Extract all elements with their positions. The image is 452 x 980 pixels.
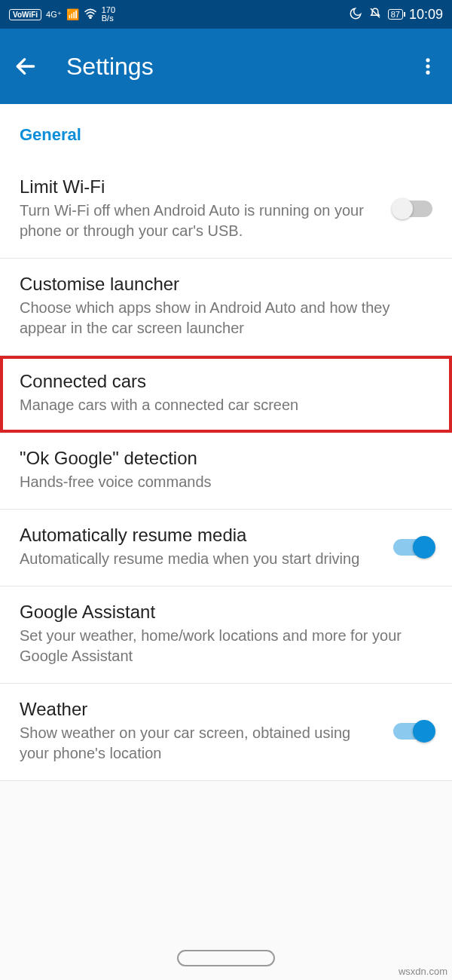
setting-connected-cars[interactable]: Connected cars Manage cars with a connec… bbox=[0, 356, 452, 433]
clock: 10:09 bbox=[409, 7, 443, 23]
mute-icon bbox=[368, 7, 382, 23]
setting-weather[interactable]: Weather Show weather on your car screen,… bbox=[0, 684, 452, 781]
watermark: wsxdn.com bbox=[399, 966, 447, 977]
status-bar: VoWiFi 4G⁺ 📶 170 B/s 87 10:09 bbox=[0, 0, 452, 29]
setting-ok-google[interactable]: "Ok Google" detection Hands-free voice c… bbox=[0, 433, 452, 510]
settings-list: General Limit Wi-Fi Turn Wi-Fi off when … bbox=[0, 104, 452, 781]
page-title: Settings bbox=[66, 53, 417, 81]
setting-customise-launcher[interactable]: Customise launcher Choose which apps sho… bbox=[0, 259, 452, 356]
item-subtitle: Manage cars with a connected car screen bbox=[20, 395, 419, 415]
wifi-icon bbox=[84, 8, 97, 21]
status-left: VoWiFi 4G⁺ 📶 170 B/s bbox=[9, 6, 115, 23]
setting-resume-media[interactable]: Automatically resume media Automatically… bbox=[0, 510, 452, 586]
item-subtitle: Choose which apps show in Android Auto a… bbox=[20, 298, 419, 338]
svg-point-5 bbox=[426, 71, 429, 75]
status-right: 87 10:09 bbox=[349, 7, 443, 23]
nav-pill[interactable] bbox=[177, 950, 275, 966]
item-title: Automatically resume media bbox=[20, 525, 380, 546]
item-title: Limit Wi-Fi bbox=[20, 176, 380, 198]
toggle-resume-media[interactable] bbox=[393, 539, 432, 556]
item-title: "Ok Google" detection bbox=[20, 448, 419, 469]
svg-point-3 bbox=[426, 58, 429, 62]
vowifi-badge: VoWiFi bbox=[9, 9, 41, 20]
item-title: Google Assistant bbox=[20, 602, 419, 623]
setting-google-assistant[interactable]: Google Assistant Set your weather, home/… bbox=[0, 586, 452, 684]
svg-point-4 bbox=[426, 64, 429, 68]
app-bar: Settings bbox=[0, 29, 452, 104]
more-icon[interactable] bbox=[417, 56, 438, 77]
moon-icon bbox=[349, 7, 362, 23]
setting-limit-wifi[interactable]: Limit Wi-Fi Turn Wi-Fi off when Android … bbox=[0, 161, 452, 259]
item-subtitle: Turn Wi-Fi off when Android Auto is runn… bbox=[20, 201, 380, 241]
item-title: Connected cars bbox=[20, 371, 419, 392]
svg-point-0 bbox=[90, 17, 91, 18]
network-speed: 170 B/s bbox=[102, 6, 115, 23]
item-subtitle: Set your weather, home/work locations an… bbox=[20, 626, 419, 666]
battery-indicator: 87 bbox=[388, 9, 403, 20]
section-header-general: General bbox=[0, 104, 452, 161]
item-subtitle: Show weather on your car screen, obtaine… bbox=[20, 723, 380, 764]
item-title: Customise launcher bbox=[20, 274, 419, 295]
back-icon[interactable] bbox=[14, 54, 38, 78]
signal-bars-icon: 📶 bbox=[66, 8, 79, 20]
toggle-limit-wifi[interactable] bbox=[393, 201, 432, 217]
signal-indicator: 4G⁺ bbox=[46, 10, 62, 20]
toggle-weather[interactable] bbox=[393, 723, 432, 740]
item-title: Weather bbox=[20, 699, 380, 720]
item-subtitle: Automatically resume media when you star… bbox=[20, 549, 380, 569]
item-subtitle: Hands-free voice commands bbox=[20, 472, 419, 492]
